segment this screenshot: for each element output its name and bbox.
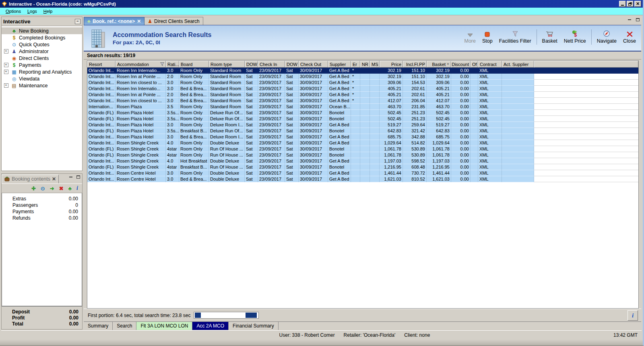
holiday-icon[interactable]: ♣ [68, 186, 72, 191]
column-header-basket[interactable]: Basket▼ [427, 61, 451, 68]
expand-icon[interactable]: + [4, 63, 8, 67]
column-header-room-type[interactable]: Room type [209, 61, 245, 68]
column-header-price[interactable]: Price [380, 61, 403, 68]
sidebar-item-quick-quotes[interactable]: ⊙Quick Quotes [2, 41, 82, 48]
table-row[interactable]: Orlando (FL)Rosen Plaza Hotel3.5s...Room… [87, 116, 638, 122]
close-button[interactable]: Close [620, 29, 639, 45]
table-cell [351, 110, 360, 116]
stop-button[interactable]: Stop [479, 29, 495, 45]
column-header-accommodation[interactable]: Accommodation [116, 61, 166, 68]
panel-maximize-icon[interactable] [75, 175, 81, 179]
table-row[interactable]: Orlando Int...Rosen Plaza Hotel3.0Bed & … [87, 134, 638, 140]
table-row[interactable]: Orlando Int...Rosen Plaza Hotel3.0Room O… [87, 122, 638, 128]
table-row[interactable]: Orlando Int...Rosen Shingle Creek4.0Room… [87, 140, 638, 146]
column-header-discount[interactable]: Discount [451, 61, 471, 68]
sidebar-item-payments[interactable]: +$Payments [2, 62, 82, 68]
tab-book-ref-none-[interactable]: ♣Book. ref.: <none>✕ [84, 17, 144, 25]
table-cell: 30/09/2017 [299, 128, 328, 134]
facilities-filter-button[interactable]: Facilities Filter [496, 29, 534, 45]
booking-total-value: 0.00 [69, 321, 82, 327]
sidebar-item-completed-bookings[interactable]: $Completed Bookings [2, 34, 82, 41]
table-row[interactable]: Orlando Int...Rosen Inn Internatio...3.0… [87, 86, 638, 92]
basket-button[interactable]: Basket [539, 29, 560, 45]
column-header-incl-fl-pp[interactable]: Incl.Fl.PP [403, 61, 427, 68]
sidebar-item-label: Quick Quotes [19, 42, 50, 47]
sidebar-item-direct-clients[interactable]: ◉Direct Clients [2, 55, 82, 62]
main-minimize-icon[interactable] [627, 17, 632, 22]
bottom-tab-search[interactable]: Search [113, 322, 136, 330]
tab-close-icon[interactable]: ✕ [137, 19, 141, 24]
table-row[interactable]: Orlando Int...Rosen Centre Hotel3.0Room … [87, 170, 638, 176]
sidebar-item-administrator[interactable]: +♟Administrator [2, 48, 82, 55]
menu-item-logs[interactable]: Logs [24, 8, 40, 14]
window-minimize-button[interactable] [619, 1, 626, 7]
more-icon [467, 30, 473, 37]
bottom-tab-financial-summary[interactable]: Financial Summary [229, 322, 279, 330]
column-header-nr[interactable]: NR [360, 61, 370, 68]
bottom-tab-flt-3a-lon-mco-lon[interactable]: Flt 3A LON MCO LON [136, 322, 192, 330]
bottom-tab-summary[interactable]: Summary [84, 322, 113, 330]
table-row[interactable]: Orlando Int...Rosen Inn at Pointe ...2.0… [87, 74, 638, 80]
column-header-supplier[interactable]: Supplier [328, 61, 351, 68]
column-header-dow[interactable]: DOW [245, 61, 258, 68]
expand-icon[interactable]: + [4, 83, 8, 88]
expand-icon[interactable]: + [4, 49, 8, 54]
stop-icon [485, 30, 490, 37]
column-header-contract[interactable]: Contract [478, 61, 502, 68]
table-row[interactable]: Internation...Rosen Plaza3.5Room OnlySta… [87, 104, 638, 110]
nett-price-button[interactable]: $ Nett Price [561, 29, 589, 45]
table-cell: * [351, 86, 360, 92]
window-close-button[interactable]: ✕ [634, 1, 641, 7]
column-header-resort[interactable]: Resort [87, 61, 116, 68]
table-row[interactable]: Orlando Int...Rosen Inn at Pointe ...2.0… [87, 92, 638, 98]
bottom-tab-acc-2a-mco[interactable]: Acc 2A MCO [192, 322, 229, 330]
menu-item-help[interactable]: Help [40, 8, 56, 14]
table-row[interactable]: Orlando (FL)Rosen Plaza Hotel3.5s...Brea… [87, 128, 638, 134]
quote-icon[interactable]: ⊙ [41, 186, 45, 191]
add-icon[interactable]: ✚ [31, 186, 36, 191]
column-header-ms[interactable]: MS [370, 61, 380, 68]
close-panel-icon[interactable]: ✕ [52, 176, 56, 182]
table-row[interactable]: Orlando Int...Rosen Inn closest to ...3.… [87, 98, 638, 104]
column-header-check-out[interactable]: Check Out [299, 61, 328, 68]
expand-icon[interactable]: + [4, 70, 8, 74]
sidebar-item-reporting-and-analytics[interactable]: +▦Reporting and Analytics [2, 68, 82, 75]
sidebar-item-viewdata[interactable]: ◎Viewdata [2, 75, 82, 82]
table-row[interactable]: Orlando Int...Rosen Inn closest to ...3.… [87, 80, 638, 86]
column-header-act-supplier[interactable]: Act. Supplier [502, 61, 534, 68]
table-cell [360, 122, 370, 128]
table-row[interactable]: Orlando (FL)Rosen Shingle Creek4starRoom… [87, 152, 638, 158]
table-row[interactable]: Orlando (FL)Rosen Shingle Creek4starBrea… [87, 164, 638, 170]
info-button[interactable]: i [627, 310, 638, 321]
delete-icon[interactable]: ✖ [59, 186, 64, 191]
table-row[interactable]: Orlando Int...Rosen Centre Hotel3.0Bed &… [87, 176, 638, 182]
column-filter-icon[interactable] [160, 62, 164, 67]
main-maximize-icon[interactable] [635, 17, 640, 22]
navigate-button[interactable]: Navigate [594, 29, 619, 45]
window-restore-button[interactable] [627, 1, 634, 7]
column-header-check-in[interactable]: Check In [258, 61, 285, 68]
svg-text:$: $ [574, 32, 577, 37]
sidebar-item-maintenance[interactable]: +▤Maintenance [2, 82, 82, 89]
table-row[interactable]: Orlando (FL)Rosen Plaza Hotel3.5s...Room… [87, 110, 638, 116]
info-icon[interactable]: i [76, 185, 78, 191]
column-header-label: MS [372, 62, 378, 67]
table-row[interactable]: Orlando (FL)Rosen Shingle Creek4starRoom… [87, 146, 638, 152]
table-row[interactable]: Orlando Int...Rosen Inn Internatio...3.0… [87, 68, 638, 74]
menu-item-options[interactable]: Options [2, 8, 24, 14]
table-row[interactable]: Orlando Int...Rosen Shingle Creek4.0Hot … [87, 158, 638, 164]
more-button[interactable]: More [462, 29, 479, 45]
table-cell: 231.85 [403, 104, 427, 110]
tab-direct-clients-search[interactable]: ♟Direct Clients Search [144, 17, 203, 25]
booking-contents-tab[interactable]: Booking contents ✕ [2, 175, 59, 183]
move-to-basket-icon[interactable]: ➜ [50, 186, 54, 191]
panel-collapse-button[interactable]: − [75, 19, 80, 24]
panel-minimize-icon[interactable] [68, 175, 74, 179]
column-header-of[interactable]: Of [471, 61, 478, 68]
column-header-dow[interactable]: DOW [285, 61, 299, 68]
sidebar-item-new-booking[interactable]: ♣New Booking [2, 27, 82, 34]
column-header-er[interactable]: Er [351, 61, 360, 68]
table-cell: 0.00 [451, 170, 471, 176]
column-header-board[interactable]: Board [179, 61, 209, 68]
column-header-rati-[interactable]: Rati... [166, 61, 179, 68]
